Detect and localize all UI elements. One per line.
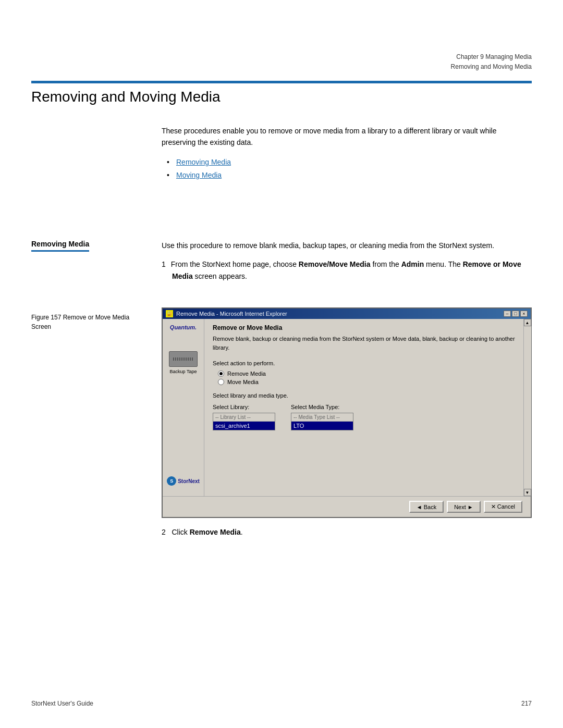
ie-titlebar-buttons: – □ ×: [504, 311, 528, 317]
media-type-list-label: Select Media Type:: [291, 404, 353, 410]
bullet-list: Removing Media Moving Media: [167, 156, 532, 182]
removing-media-link[interactable]: Removing Media: [176, 158, 231, 166]
bullet-moving-media: Moving Media: [167, 169, 532, 182]
page-title: Removing and Moving Media: [31, 89, 221, 105]
header-section: Removing and Moving Media: [451, 62, 532, 72]
radio-remove-media[interactable]: Remove Media: [218, 371, 515, 377]
media-type-list-group: Select Media Type: -- Media Type List --…: [291, 404, 353, 430]
moving-media-link[interactable]: Moving Media: [176, 171, 222, 179]
intro-content: These procedures enable you to remove or…: [162, 125, 532, 192]
backup-tape-label: Backup Tape: [170, 369, 197, 374]
header-chapter: Chapter 9 Managing Media: [451, 52, 532, 62]
footer-left: StorNext User's Guide: [31, 700, 93, 707]
ie-close-button[interactable]: ×: [520, 311, 528, 317]
library-list-item-scsi[interactable]: scsi_archive1: [213, 422, 275, 430]
figure-caption: Figure 157 Remove or Move Media Screen: [31, 313, 146, 331]
radio-move-circle[interactable]: [218, 379, 224, 385]
remove-or-move-desc: Remove blank, backup or cleaning media f…: [213, 335, 515, 352]
media-type-select-list[interactable]: -- Media Type List -- LTO: [291, 413, 353, 430]
radio-move-label: Move Media: [227, 379, 259, 385]
storenext-label: StorNext: [178, 478, 200, 484]
removing-media-heading: Removing Media: [31, 240, 89, 252]
step-1-text: 1 From the StorNext home page, choose Re…: [162, 258, 532, 282]
screenshot-area: 🔐 Remove Media - Microsoft Internet Expl…: [162, 307, 532, 518]
library-list-header: -- Library List --: [213, 413, 275, 422]
ie-titlebar-left: 🔐 Remove Media - Microsoft Internet Expl…: [166, 310, 287, 317]
step-2-number: 2: [162, 528, 166, 536]
remove-or-move-title: Remove or Move Media: [213, 324, 515, 331]
bullet-removing-media: Removing Media: [167, 156, 532, 169]
page-footer: StorNext User's Guide 217: [31, 700, 532, 707]
step-2-bold: Remove Media: [190, 528, 241, 536]
intro-text: These procedures enable you to remove or…: [162, 125, 532, 149]
ie-minimize-button[interactable]: –: [504, 311, 511, 317]
step-number-1: 1: [162, 260, 166, 268]
ie-titlebar: 🔐 Remove Media - Microsoft Internet Expl…: [163, 309, 531, 319]
media-type-list-item-lto[interactable]: LTO: [291, 422, 353, 430]
ie-maximize-button[interactable]: □: [512, 311, 519, 317]
radio-group: Remove Media Move Media: [218, 371, 515, 385]
scroll-track: [524, 326, 531, 489]
ie-window: 🔐 Remove Media - Microsoft Internet Expl…: [162, 307, 532, 518]
radio-remove-circle[interactable]: [218, 371, 224, 377]
ie-window-title: Remove Media - Microsoft Internet Explor…: [176, 311, 287, 317]
library-select-list[interactable]: -- Library List -- scsi_archive1: [213, 413, 275, 430]
ie-titlebar-icon: 🔐: [166, 310, 173, 317]
removing-media-heading-area: Removing Media: [31, 240, 146, 252]
tape-lines: [173, 357, 194, 361]
storenext-icon: S: [167, 476, 176, 486]
tape-image: [169, 351, 198, 367]
step-1-content: From the StorNext home page, choose Remo…: [171, 260, 521, 280]
radio-remove-label: Remove Media: [227, 371, 266, 377]
tape-icon-area: Backup Tape: [169, 351, 198, 374]
removing-section-body: Use this procedure to remove blank media…: [162, 240, 532, 287]
select-library-and-media-label: Select library and media type.: [213, 392, 515, 399]
library-list-group: Select Library: -- Library List -- scsi_…: [213, 404, 275, 430]
storenext-logo-area: S StorNext: [167, 476, 200, 486]
radio-move-media[interactable]: Move Media: [218, 379, 515, 385]
library-list-label: Select Library:: [213, 404, 275, 410]
quantum-logo: Quantum.: [170, 324, 197, 330]
next-button[interactable]: Next ►: [447, 501, 481, 513]
blue-rule-divider: [31, 81, 532, 83]
header-chapter-section: Chapter 9 Managing Media Removing and Mo…: [451, 52, 532, 72]
back-button[interactable]: ◄ Back: [409, 501, 444, 513]
media-type-list-header: -- Media Type List --: [291, 413, 353, 422]
screenshot-sidebar: Quantum. Backup Tape S StorNext: [163, 319, 204, 496]
screenshot-main-content: Remove or Move Media Remove blank, backu…: [204, 319, 523, 496]
scroll-down-arrow[interactable]: ▼: [524, 489, 531, 496]
select-action-label: Select action to perform.: [213, 360, 515, 366]
ie-scrollbar[interactable]: ▲ ▼: [523, 319, 531, 496]
scroll-up-arrow[interactable]: ▲: [524, 319, 531, 326]
removing-body-text: Use this procedure to remove blank media…: [162, 240, 532, 251]
step-2-text: 2 Click Remove Media.: [162, 526, 532, 538]
footer-right: 217: [521, 700, 532, 707]
lists-row: Select Library: -- Library List -- scsi_…: [213, 404, 515, 430]
cancel-button[interactable]: ✕ Cancel: [484, 501, 522, 513]
ie-content: Quantum. Backup Tape S StorNext Remove o…: [163, 319, 531, 496]
ie-footer: ◄ Back Next ► ✕ Cancel: [163, 496, 531, 517]
step-2-area: 2 Click Remove Media.: [162, 526, 532, 538]
